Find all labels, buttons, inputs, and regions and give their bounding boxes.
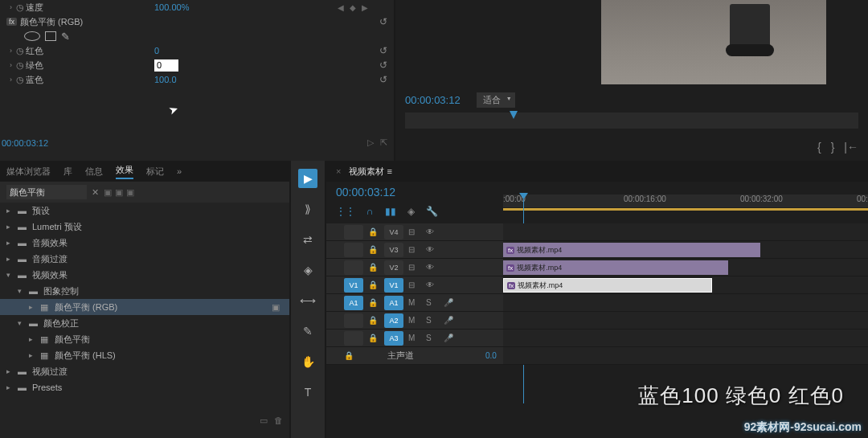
source-patch[interactable] xyxy=(344,260,363,275)
reset-icon[interactable]: ↺ xyxy=(379,59,387,71)
track-target[interactable]: A2 xyxy=(384,313,403,328)
folder-item[interactable]: ▸▬预设 xyxy=(0,203,289,219)
source-patch[interactable] xyxy=(344,225,363,239)
sync-lock-icon[interactable]: ⊟ xyxy=(408,227,421,236)
clip[interactable]: fx视频素材.mp4 xyxy=(503,243,760,257)
rect-mask-icon[interactable] xyxy=(45,31,56,41)
mute-icon[interactable]: M xyxy=(408,316,421,325)
lock-icon[interactable]: 🔒 xyxy=(368,298,379,307)
folder-item[interactable]: ▸▬视频过渡 xyxy=(0,363,289,379)
tab-libraries[interactable]: 库 xyxy=(63,166,72,178)
monitor-timecode[interactable]: 00:00:03:12 xyxy=(405,94,461,106)
folder-arrow-icon[interactable]: ▾ xyxy=(18,319,24,327)
folder-item[interactable]: ▸▦颜色平衡 (HLS) xyxy=(0,347,289,363)
source-patch[interactable] xyxy=(344,331,363,346)
type-tool-icon[interactable]: T xyxy=(298,383,317,402)
voice-icon[interactable]: 🎤 xyxy=(444,334,457,342)
folder-item[interactable]: ▾▬视频效果 xyxy=(0,267,289,283)
sync-lock-icon[interactable]: ⊟ xyxy=(408,263,421,272)
green-input[interactable] xyxy=(154,59,178,72)
folder-arrow-icon[interactable]: ▾ xyxy=(18,287,24,295)
new-bin-icon[interactable]: ▭ xyxy=(260,415,268,432)
clip[interactable]: fx视频素材.mp4 xyxy=(503,260,728,275)
marker-add-icon[interactable]: ◈ xyxy=(407,206,415,217)
delete-icon[interactable]: 🗑 xyxy=(274,415,283,432)
effects-search-input[interactable] xyxy=(6,185,87,199)
folder-item[interactable]: ▸▬Lumetri 预设 xyxy=(0,219,289,235)
playhead-icon[interactable] xyxy=(510,111,518,119)
lock-icon[interactable]: 🔒 xyxy=(368,227,379,236)
stopwatch-icon[interactable]: ◷ xyxy=(16,60,26,71)
ripple-tool-icon[interactable]: ⇄ xyxy=(298,230,317,249)
track-target[interactable]: V4 xyxy=(384,225,403,239)
32bit-badge-icon[interactable]: ▣ xyxy=(115,187,123,198)
pen-mask-icon[interactable]: ✎ xyxy=(61,31,70,43)
mute-icon[interactable]: M xyxy=(408,298,421,307)
tabs-overflow-icon[interactable]: » xyxy=(177,166,182,176)
reset-icon[interactable]: ↺ xyxy=(379,74,387,85)
folder-arrow-icon[interactable]: ▸ xyxy=(29,335,35,343)
voice-icon[interactable]: 🎤 xyxy=(444,316,457,325)
reset-icon[interactable]: ↺ xyxy=(379,16,387,27)
eye-icon[interactable]: 👁 xyxy=(426,227,439,236)
fx-badge[interactable]: fx xyxy=(6,18,17,26)
slip-tool-icon[interactable]: ⟷ xyxy=(298,291,317,310)
snap-icon[interactable]: ⋮⋮ xyxy=(336,206,355,217)
lock-icon[interactable]: 🔒 xyxy=(368,316,379,325)
track-target[interactable]: V3 xyxy=(384,243,403,257)
solo-icon[interactable]: S xyxy=(426,298,439,307)
track-target[interactable]: V2 xyxy=(384,260,403,275)
folder-arrow-icon[interactable]: ▸ xyxy=(29,303,35,311)
settings-icon[interactable]: 🔧 xyxy=(426,206,438,217)
track-select-tool-icon[interactable]: ⟫ xyxy=(298,199,317,219)
track-content[interactable]: fx视频素材.mp4 xyxy=(503,259,868,276)
red-value[interactable]: 0 xyxy=(154,46,159,55)
chevron-right-icon[interactable]: › xyxy=(10,47,16,55)
tab-media-browser[interactable]: 媒体浏览器 xyxy=(6,166,51,178)
stopwatch-icon[interactable]: ◷ xyxy=(16,46,26,56)
yuv-badge-icon[interactable]: ▣ xyxy=(126,187,134,198)
blue-value[interactable]: 100.0 xyxy=(154,75,177,84)
solo-icon[interactable]: S xyxy=(426,316,439,325)
eye-icon[interactable]: 👁 xyxy=(426,280,439,289)
folder-item[interactable]: ▸▬音频效果 xyxy=(0,235,289,251)
track-content[interactable] xyxy=(503,294,868,312)
source-patch[interactable]: A1 xyxy=(344,296,363,310)
folder-arrow-icon[interactable]: ▸ xyxy=(6,223,13,231)
timeline-ruler[interactable]: :00:0000:00:16:0000:00:32:0000:00:48:00 xyxy=(503,194,868,219)
selection-tool-icon[interactable]: ▶ xyxy=(298,169,317,188)
zoom-dropdown[interactable]: 适合 xyxy=(477,92,515,108)
accelerated-badge-icon[interactable]: ▣ xyxy=(104,187,112,198)
export-icon[interactable]: ⇱ xyxy=(380,137,387,148)
folder-arrow-icon[interactable]: ▸ xyxy=(6,207,13,215)
source-patch[interactable] xyxy=(344,243,363,257)
lock-icon[interactable]: 🔒 xyxy=(368,334,379,342)
solo-icon[interactable]: S xyxy=(426,334,439,342)
go-to-in-icon[interactable]: |← xyxy=(844,141,858,154)
track-content[interactable] xyxy=(503,312,868,330)
chevron-right-icon[interactable]: › xyxy=(10,76,16,84)
panel-timecode[interactable]: 00:00:03:12 xyxy=(2,138,48,148)
sequence-tab[interactable]: 视频素材 ≡ xyxy=(349,166,391,178)
folder-arrow-icon[interactable]: ▾ xyxy=(6,271,13,279)
mute-icon[interactable]: M xyxy=(408,334,421,342)
lock-icon[interactable]: 🔒 xyxy=(368,245,379,254)
video-preview[interactable] xyxy=(601,0,826,84)
chevron-right-icon[interactable]: › xyxy=(10,61,16,69)
track-target[interactable]: A1 xyxy=(384,296,403,310)
folder-item[interactable]: ▾▬颜色校正 xyxy=(0,315,289,331)
tab-info[interactable]: 信息 xyxy=(85,166,103,178)
folder-item[interactable]: ▾▬图象控制 xyxy=(0,283,289,299)
eye-icon[interactable]: 👁 xyxy=(426,263,439,272)
linked-selection-icon[interactable]: ∩ xyxy=(366,206,374,217)
track-target[interactable]: A3 xyxy=(384,331,403,346)
reset-icon[interactable]: ↺ xyxy=(379,45,387,56)
folder-arrow-icon[interactable]: ▸ xyxy=(29,351,35,359)
track-content[interactable] xyxy=(503,223,868,241)
hand-tool-icon[interactable]: ✋ xyxy=(298,352,317,371)
chevron-right-icon[interactable]: › xyxy=(10,3,16,11)
track-content[interactable]: fx视频素材.mp4 xyxy=(503,241,868,259)
folder-item[interactable]: ▸▬音频过渡 xyxy=(0,251,289,267)
tab-effects[interactable]: 效果 xyxy=(116,164,133,179)
source-patch[interactable]: V1 xyxy=(344,278,363,293)
